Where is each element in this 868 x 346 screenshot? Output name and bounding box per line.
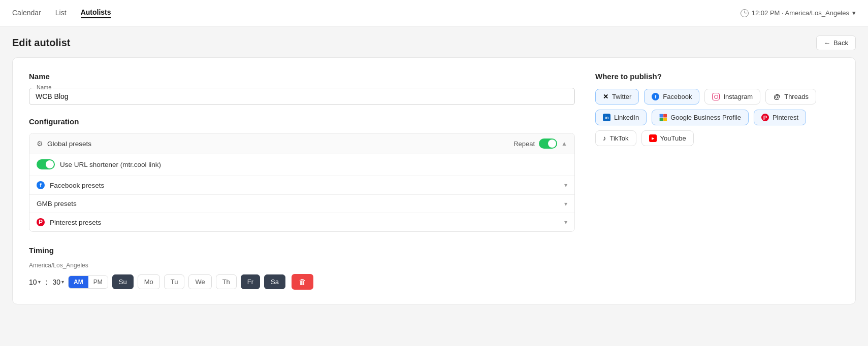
toggle-knob-url [46,160,54,168]
global-presets-label: Global presets [47,140,513,148]
name-input[interactable] [36,91,568,100]
name-field-wrapper: Name [29,88,575,105]
linkedin-label: LinkedIn [614,114,639,121]
toggle-knob [548,140,556,148]
nav-autolists[interactable]: Autolists [81,8,111,18]
publish-grid: ✕ Twitter f Facebook Instagram @ Threads [595,89,839,146]
trash-icon: 🗑 [299,278,306,286]
card-grid: Name Name Configuration ⚙ Global presets… [29,72,839,290]
chevron-down-icon-gmb: ▾ [564,200,567,207]
timezone-display[interactable]: 12:02 PM · America/Los_Angeles ▾ [741,9,856,17]
main-card: Name Name Configuration ⚙ Global presets… [12,57,856,304]
chevron-down-icon-pinterest: ▾ [564,219,567,226]
svg-rect-1 [663,114,667,118]
pinterest-presets-label: Pinterest presets [50,219,559,226]
nav-calendar[interactable]: Calendar [12,9,41,18]
page-title: Edit autolist [12,37,816,49]
minute-select[interactable]: 30 ▾ [52,278,64,286]
chevron-down-icon: ▾ [564,182,567,189]
publish-section-label: Where to publish? [595,72,839,81]
youtube-label: YouTube [660,134,686,142]
youtube-icon [649,134,657,142]
pinterest-presets-row[interactable]: P Pinterest presets ▾ [29,213,574,231]
day-tu[interactable]: Tu [164,274,185,289]
day-th[interactable]: Th [216,274,237,289]
threads-label: Threads [784,93,809,100]
pinterest-label: Pinterest [773,114,798,121]
day-sa[interactable]: Sa [264,274,285,289]
facebook-icon-publish: f [652,93,659,100]
minute-value: 30 [52,278,60,286]
config-box: ⚙ Global presets Repeat ▲ Use URL shorte… [29,133,575,232]
timing-row: 10 ▾ : 30 ▾ AM PM Su Mo Tu We [29,274,575,290]
nav-list[interactable]: List [55,9,67,18]
pinterest-icon-presets: P [37,218,45,226]
top-nav: Calendar List Autolists 12:02 PM · Ameri… [0,0,868,26]
repeat-label: Repeat [513,140,535,148]
day-su[interactable]: Su [112,274,134,289]
time-separator: : [46,278,48,286]
twitter-label: Twitter [612,93,631,100]
repeat-toggle[interactable] [539,139,557,149]
platform-facebook[interactable]: f Facebook [644,89,699,105]
minute-caret[interactable]: ▾ [61,279,64,285]
back-arrow-icon: ← [824,39,830,47]
twitter-icon: ✕ [603,93,608,100]
hour-select[interactable]: 10 ▾ [29,278,41,286]
name-float-label: Name [35,84,53,90]
platform-instagram[interactable]: Instagram [704,89,760,105]
platform-linkedin[interactable]: in LinkedIn [595,110,647,125]
tiktok-icon: ♪ [603,134,606,142]
pm-button[interactable]: PM [88,276,108,288]
gear-icon: ⚙ [37,140,43,148]
gbp-label: Google Business Profile [670,114,741,121]
gmb-presets-label: GMB presets [37,200,559,207]
name-section-label: Name [29,72,575,81]
hour-caret[interactable]: ▾ [38,279,41,285]
day-we[interactable]: We [188,274,211,289]
publish-section: Where to publish? ✕ Twitter f Facebook I… [595,72,839,290]
gmb-presets-row[interactable]: GMB presets ▾ [29,195,574,213]
svg-rect-3 [663,118,667,121]
svg-rect-0 [660,114,663,118]
instagram-icon [712,93,720,100]
am-pm-group: AM PM [68,275,108,289]
tiktok-label: TikTok [610,134,629,142]
platform-tiktok[interactable]: ♪ TikTok [595,130,636,146]
day-mo[interactable]: Mo [138,274,160,289]
clock-icon [741,9,749,17]
url-shortener-toggle[interactable] [37,159,55,169]
linkedin-icon: in [603,114,610,121]
back-button[interactable]: ← Back [816,36,856,50]
am-button[interactable]: AM [69,276,88,288]
timing-section-label: Timing [29,246,575,255]
facebook-presets-row[interactable]: f Facebook presets ▾ [29,176,574,195]
timing-section: Timing America/Los_Angeles 10 ▾ : 30 ▾ A… [29,246,575,290]
page-header: Edit autolist ← Back [0,26,868,57]
platform-gbp[interactable]: Google Business Profile [652,110,749,125]
global-presets-row[interactable]: ⚙ Global presets Repeat ▲ [29,133,574,154]
gbp-icon [659,114,667,121]
svg-rect-2 [660,118,663,121]
url-shortener-label: Use URL shortener (mtr.cool link) [60,161,161,168]
facebook-label: Facebook [663,93,692,100]
platform-pinterest[interactable]: P Pinterest [754,110,806,125]
url-shortener-row: Use URL shortener (mtr.cool link) [29,154,574,176]
threads-icon: @ [773,93,781,100]
facebook-presets-label: Facebook presets [50,182,559,189]
timezone-label: America/Los_Angeles [29,262,575,269]
config-section-label: Configuration [29,117,575,126]
hour-value: 10 [29,278,37,286]
pinterest-icon-publish: P [761,114,769,121]
chevron-up-icon: ▲ [561,140,567,147]
platform-threads[interactable]: @ Threads [765,89,816,105]
delete-button[interactable]: 🗑 [292,274,313,290]
left-column: Name Name Configuration ⚙ Global presets… [29,72,575,290]
platform-youtube[interactable]: YouTube [641,130,694,146]
facebook-icon: f [37,181,45,189]
instagram-label: Instagram [723,93,753,100]
day-fr[interactable]: Fr [241,274,260,289]
platform-twitter[interactable]: ✕ Twitter [595,89,639,105]
